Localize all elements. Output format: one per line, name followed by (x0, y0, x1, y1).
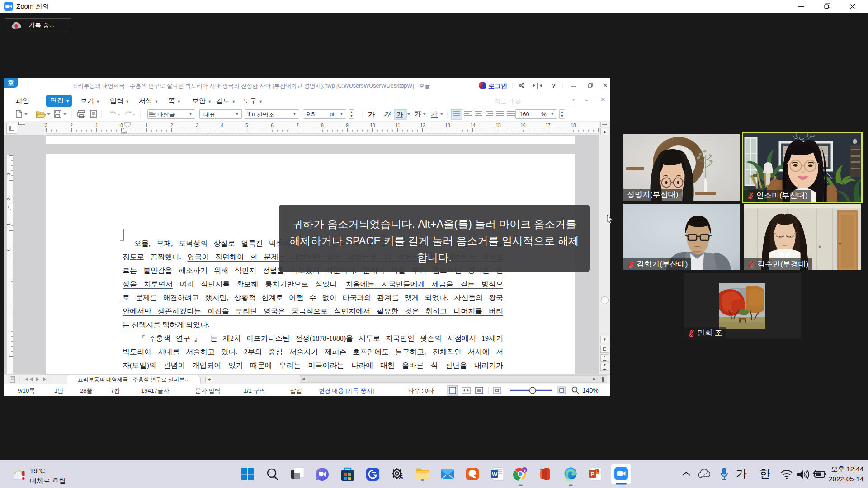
svg-text:?: ? (552, 82, 556, 89)
svg-text:가: 가 (368, 110, 375, 118)
svg-text:가: 가 (396, 110, 403, 118)
svg-text:S: S (399, 474, 403, 481)
svg-text:140%: 140% (582, 387, 599, 394)
svg-text:가: 가 (414, 110, 421, 118)
svg-text:가: 가 (431, 110, 438, 117)
svg-text:$: $ (524, 468, 526, 473)
svg-text:P: P (591, 471, 595, 478)
svg-text:가: 가 (382, 110, 392, 118)
svg-text:W: W (492, 471, 498, 478)
svg-text:로그인: 로그인 (488, 82, 507, 89)
